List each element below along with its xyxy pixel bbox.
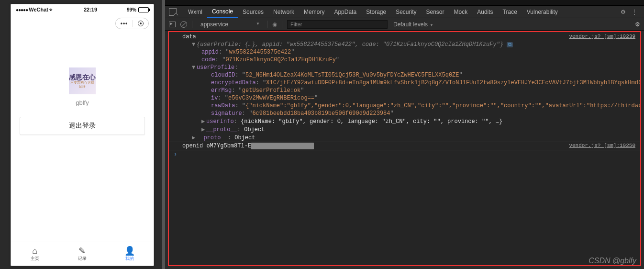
log-row[interactable]: cloudID: "52_N6Hm14OLZeaX4KoMLTsTI051Qcj…	[169, 71, 640, 79]
levels-label: Default levels	[393, 21, 428, 28]
log-row[interactable]: openid oM7Yg5bm8Tl-E________________ ven…	[169, 142, 640, 150]
profile-area: 感恩在心 不变忘初心 方得始终 gblfy	[11, 67, 154, 106]
avatar[interactable]: 感恩在心 不变忘初心 方得始终	[69, 67, 96, 94]
log-levels-select[interactable]: Default levels	[392, 20, 439, 29]
home-icon: ⌂	[11, 247, 58, 255]
tab-console[interactable]: Console	[207, 6, 238, 18]
prop-key: code	[201, 56, 215, 63]
log-row[interactable]: appid: "wx558224455375e422"	[169, 48, 640, 56]
log-row[interactable]: encryptedData: "X1C/jtE/Y92awiuDDF0P+8d+…	[169, 79, 640, 87]
more-icon[interactable]: ⋮	[629, 9, 640, 15]
prop-key: encryptedData	[211, 79, 256, 86]
prop-val: wx558224455375e422	[229, 49, 291, 56]
signal-dots: ●●●●●	[16, 7, 28, 12]
log-row[interactable]: code: "071KzuFa1knyoC0Q2cIa1ZHqDH1KzuFy"	[169, 56, 640, 64]
toggle-sidebar-icon[interactable]	[169, 22, 176, 27]
battery-icon	[138, 7, 149, 12]
tab-trace[interactable]: Trace	[498, 6, 522, 18]
toolbar-separator	[267, 21, 267, 28]
status-bar: ●●●●● WeChat ᯤ 22:19 99%	[11, 4, 154, 15]
log-row[interactable]: data vendor.js? [sm]:10239	[169, 33, 640, 41]
capsule-close-icon[interactable]	[138, 21, 144, 26]
log-label-openid: openid	[182, 143, 203, 149]
console-output[interactable]: data vendor.js? [sm]:10239 ▼{userProfile…	[168, 31, 641, 266]
tab-home-label: 主页	[11, 256, 58, 262]
chevron-right-icon[interactable]: ▶	[192, 134, 197, 141]
devtools-tabs: Wxml Console Sources Network Memory AppD…	[165, 6, 644, 18]
copy-object-icon[interactable]: ⧉	[507, 42, 513, 47]
chevron-down-icon[interactable]: ▼	[192, 41, 197, 48]
tab-audits[interactable]: Audits	[472, 6, 498, 18]
tab-security[interactable]: Security	[391, 6, 421, 18]
filter-input[interactable]: Filter	[287, 20, 388, 29]
prop-val: e56vC3v2MwWVEgRNBER1cog==	[228, 95, 314, 101]
devtools-topbar	[165, 0, 644, 6]
prop-key: rawData	[211, 102, 235, 109]
tab-appdata[interactable]: AppData	[329, 6, 361, 18]
wifi-icon: ᯤ	[49, 7, 54, 12]
log-row[interactable]: ▶__proto__: Object	[169, 125, 640, 134]
tab-records[interactable]: ✎ 记录	[58, 247, 106, 262]
eye-icon[interactable]: ◉	[272, 21, 277, 28]
tab-storage[interactable]: Storage	[361, 6, 391, 18]
tab-mock[interactable]: Mock	[449, 6, 473, 18]
source-link[interactable]: vendor.js? [sm]:10250	[569, 143, 635, 148]
prop-key: iv	[211, 95, 218, 101]
log-row[interactable]: ▶userInfo: {nickName: "gblfy", gender: 0…	[169, 117, 640, 125]
console-prompt[interactable]: ›	[169, 150, 640, 159]
element-picker-icon[interactable]	[169, 8, 177, 16]
log-row[interactable]: iv: "e56vC3v2MwWVEgRNBER1cog=="	[169, 94, 640, 102]
tab-mine-label: 我的	[106, 256, 154, 262]
log-row[interactable]: ▼userProfile:	[169, 64, 640, 71]
tab-wxml[interactable]: Wxml	[183, 6, 207, 18]
tab-memory[interactable]: Memory	[299, 6, 329, 18]
object-preview: {nickName: "gblfy", gender: 0, language:…	[241, 118, 502, 125]
avatar-text1: 感恩在心	[69, 74, 96, 81]
chevron-right-icon[interactable]: ▶	[201, 118, 206, 125]
prop-key: __proto__	[197, 134, 228, 141]
tab-mine[interactable]: 👤 我的	[106, 247, 154, 262]
chevron-down-icon[interactable]: ▼	[192, 64, 197, 71]
context-select[interactable]: appservice	[197, 20, 262, 29]
log-label-data: data	[182, 34, 196, 40]
prop-key: signature	[211, 110, 242, 117]
logout-button[interactable]: 退出登录	[20, 117, 145, 135]
chevron-right-icon[interactable]: ▶	[201, 126, 206, 133]
object-preview: {userProfile: {…}, appid: "wx55822445537…	[197, 41, 503, 48]
records-icon: ✎	[58, 247, 106, 255]
context-label: appservice	[200, 21, 228, 28]
tab-home[interactable]: ⌂ 主页	[11, 247, 58, 262]
tab-vulnerability[interactable]: Vulnerability	[522, 6, 563, 18]
log-row[interactable]: ▼{userProfile: {…}, appid: "wx5582244553…	[169, 41, 640, 48]
prop-val: 52_N6Hm14OLZeaX4KoMLTsTI051Qcj53R_Vu0v5b…	[245, 72, 459, 78]
logout-button-label: 退出登录	[69, 122, 96, 130]
avatar-text2: 不变忘初心 方得始终	[69, 81, 96, 88]
prop-key: appid	[201, 49, 219, 56]
prop-key: errMsg	[211, 87, 232, 94]
clear-console-icon[interactable]	[180, 21, 187, 28]
nickname-label: gblfy	[11, 99, 154, 106]
person-icon: 👤	[106, 247, 154, 255]
log-row[interactable]: errMsg: "getUserProfile:ok"	[169, 87, 640, 94]
console-settings-icon[interactable]: ⚙	[635, 21, 640, 28]
status-time: 22:19	[84, 7, 97, 12]
source-link[interactable]: vendor.js? [sm]:10239	[569, 34, 635, 39]
prop-val: getUserProfile:ok	[242, 87, 300, 94]
tab-sources[interactable]: Sources	[238, 6, 268, 18]
log-row[interactable]: signature: "6c981beebdd18ba403b819be506f…	[169, 110, 640, 117]
prop-key: cloudID	[211, 72, 235, 78]
capsule-menu-icon[interactable]: •••	[121, 20, 128, 27]
log-row[interactable]: ▶__proto__: Object	[169, 134, 640, 142]
prop-val: Object	[244, 126, 265, 133]
tab-network[interactable]: Network	[268, 6, 299, 18]
gear-icon[interactable]: ⚙	[618, 9, 629, 15]
capsule-divider	[133, 20, 133, 27]
log-row[interactable]: rawData: "{"nickName":"gblfy","gender":0…	[169, 102, 640, 110]
miniprogram-capsule[interactable]: •••	[115, 18, 149, 29]
tab-sensor[interactable]: Sensor	[422, 6, 449, 18]
toolbar-separator	[282, 21, 282, 28]
phone-simulator: ●●●●● WeChat ᯤ 22:19 99% ••• 感恩在心 不变忘初心 …	[11, 4, 154, 266]
toolbar-separator	[192, 21, 192, 28]
pane-resizer[interactable]	[162, 0, 165, 269]
prop-key: userProfile	[197, 64, 234, 71]
